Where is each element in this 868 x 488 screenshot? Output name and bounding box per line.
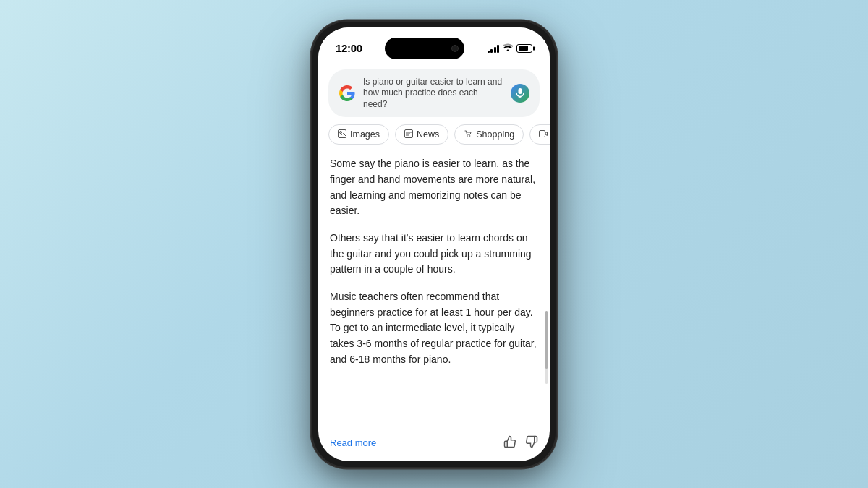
scroll-track bbox=[545, 311, 548, 383]
shopping-tab-label: Shopping bbox=[476, 129, 514, 140]
svg-rect-0 bbox=[519, 88, 522, 94]
filter-tabs-row: Images News bbox=[318, 124, 550, 152]
wifi-icon bbox=[503, 43, 513, 53]
answer-content: Some say the piano is easier to learn, a… bbox=[318, 152, 550, 427]
battery-icon bbox=[516, 44, 532, 53]
status-bar: 12:00 bbox=[318, 27, 550, 65]
svg-point-4 bbox=[340, 132, 342, 134]
news-tab-icon bbox=[404, 129, 413, 140]
google-logo bbox=[339, 85, 356, 102]
tab-images[interactable]: Images bbox=[328, 124, 389, 145]
tab-shopping[interactable]: Shopping bbox=[454, 124, 524, 145]
svg-point-10 bbox=[469, 135, 471, 137]
mic-svg bbox=[516, 88, 524, 98]
microphone-button[interactable] bbox=[511, 84, 529, 103]
status-time: 12:00 bbox=[336, 42, 362, 54]
answer-paragraph-1: Some say the piano is easier to learn, a… bbox=[330, 156, 538, 219]
scroll-thumb bbox=[545, 311, 548, 369]
svg-rect-11 bbox=[540, 131, 545, 137]
tab-videos[interactable]: Vid... bbox=[529, 124, 550, 145]
dynamic-island bbox=[385, 38, 464, 59]
search-query-text: Is piano or guitar easier to learn and h… bbox=[363, 77, 503, 111]
camera-dot bbox=[451, 45, 459, 52]
search-bar[interactable]: Is piano or guitar easier to learn and h… bbox=[328, 69, 540, 118]
answer-paragraph-3: Music teachers often recommend that begi… bbox=[330, 289, 538, 367]
images-tab-label: Images bbox=[350, 129, 380, 140]
thumbs-down-button[interactable] bbox=[525, 435, 538, 451]
shopping-tab-icon bbox=[464, 129, 472, 140]
tab-news[interactable]: News bbox=[395, 124, 448, 145]
phone-mockup: 12:00 bbox=[311, 20, 557, 468]
videos-tab-icon bbox=[539, 129, 548, 140]
signal-icon bbox=[488, 44, 500, 53]
answer-footer: Read more bbox=[318, 429, 550, 461]
svg-rect-3 bbox=[339, 130, 346, 138]
svg-point-9 bbox=[467, 135, 468, 137]
thumbs-up-button[interactable] bbox=[503, 435, 516, 451]
news-tab-label: News bbox=[417, 129, 439, 140]
read-more-link[interactable]: Read more bbox=[330, 437, 376, 448]
images-tab-icon bbox=[338, 129, 346, 140]
feedback-buttons bbox=[503, 435, 538, 451]
status-icons bbox=[488, 43, 533, 53]
phone-screen: 12:00 bbox=[318, 27, 550, 461]
answer-paragraph-2: Others say that it's easier to learn cho… bbox=[330, 231, 538, 278]
